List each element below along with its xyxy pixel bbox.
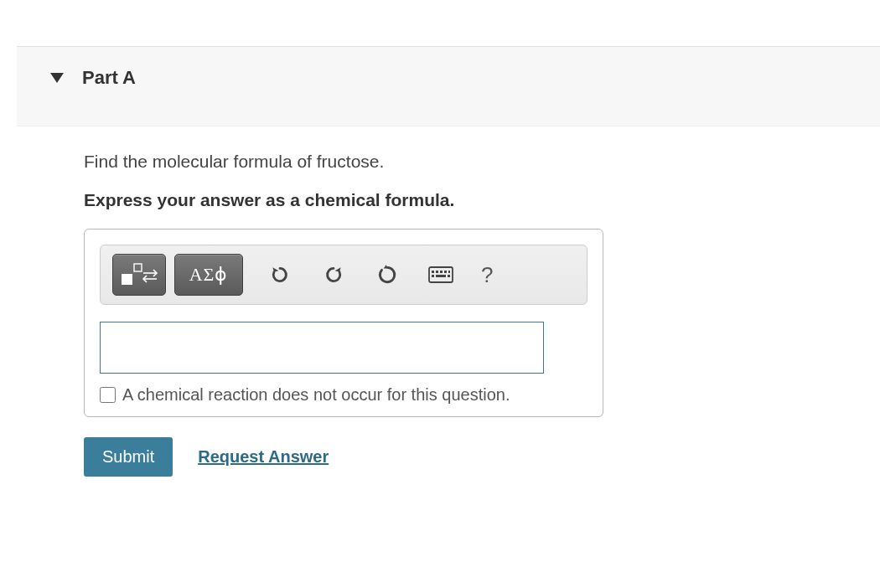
chemistry-template-button[interactable] (112, 254, 166, 296)
part-title: Part A (82, 67, 136, 89)
submit-button[interactable]: Submit (84, 437, 173, 477)
redo-button[interactable] (317, 258, 350, 291)
greek-symbols-button[interactable]: ΑΣϕ (174, 254, 243, 296)
part-header[interactable]: Part A (17, 47, 880, 126)
content-area: Find the molecular formula of fructose. … (0, 126, 880, 493)
reset-button[interactable] (370, 258, 404, 291)
svg-rect-7 (440, 271, 443, 273)
svg-rect-8 (444, 271, 447, 273)
redo-icon (323, 264, 344, 286)
formula-toolbar: ΑΣϕ (100, 245, 588, 305)
undo-button[interactable] (263, 258, 297, 291)
caret-down-icon (50, 73, 64, 83)
help-button[interactable]: ? (481, 262, 493, 288)
no-reaction-checkbox[interactable] (100, 387, 116, 403)
undo-icon (269, 264, 291, 286)
reset-icon (376, 264, 398, 286)
svg-rect-1 (134, 264, 142, 271)
request-answer-link[interactable]: Request Answer (198, 447, 329, 467)
question-prompt: Find the molecular formula of fructose. (84, 152, 863, 172)
chemistry-template-icon (120, 262, 158, 287)
keyboard-button[interactable] (424, 258, 458, 291)
answer-instruction: Express your answer as a chemical formul… (84, 190, 863, 210)
svg-rect-9 (448, 271, 450, 273)
answer-box: ΑΣϕ (84, 229, 603, 417)
svg-rect-5 (432, 271, 434, 273)
svg-rect-10 (432, 275, 434, 277)
answer-input[interactable] (100, 322, 544, 374)
svg-rect-0 (122, 274, 132, 285)
svg-rect-11 (436, 275, 446, 277)
keyboard-icon (428, 266, 453, 283)
action-row: Submit Request Answer (84, 437, 863, 477)
svg-rect-12 (448, 275, 450, 277)
svg-rect-6 (436, 271, 438, 273)
no-reaction-row[interactable]: A chemical reaction does not occur for t… (100, 385, 588, 405)
no-reaction-label: A chemical reaction does not occur for t… (122, 385, 510, 405)
